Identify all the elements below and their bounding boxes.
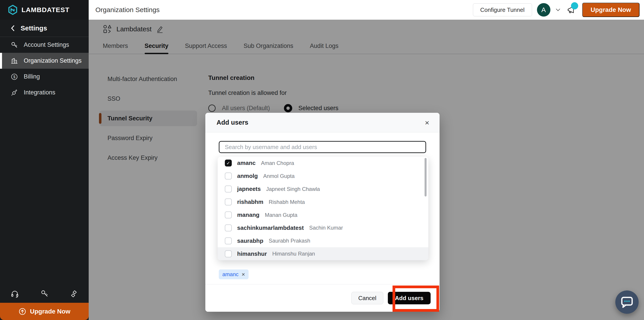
username: rishabhm [237,199,263,205]
page-title: Organization Settings [96,6,160,14]
user-row-anmolg[interactable]: anmolg Anmol Gupta [218,170,428,183]
sidebar-item-account-settings[interactable]: Account Settings [0,37,89,53]
full-name: Japneet Singh Chawla [266,186,320,192]
full-name: Rishabh Mehta [269,199,305,205]
full-name: Aman Chopra [261,160,294,166]
topbar-actions: Configure Tunnel A Upgrade Now [473,3,644,17]
username: manang [237,212,260,218]
sidebar-bottom-icons [0,289,89,298]
sidebar-item-label: Integrations [24,89,55,96]
username: sachinkumarlambdatest [237,224,304,231]
checkbox[interactable] [225,224,232,231]
tag-remove-icon[interactable]: × [242,272,245,277]
access-key-icon[interactable] [40,289,49,298]
cancel-button[interactable]: Cancel [351,292,383,304]
checkbox[interactable] [225,199,232,205]
user-row-amanc[interactable]: ✓ amanc Aman Chopra [218,157,428,170]
upgrade-now-button[interactable]: Upgrade Now [582,3,640,17]
full-name: Manan Gupta [265,212,297,218]
list-scrollbar[interactable] [424,158,426,197]
brand-logo-text: LAMBDATEST [22,6,70,14]
lambdatest-logo-icon [8,5,18,15]
user-row-sachinkumarlambdatest[interactable]: sachinkumarlambdatest Sachin Kumar [218,221,428,234]
close-icon[interactable]: × [425,119,429,126]
upgrade-arrow-icon [18,308,26,316]
app-window: LAMBDATEST Settings Account Settings [0,0,644,320]
full-name: Sachin Kumar [309,225,343,231]
plug-icon [11,89,18,96]
svg-text:$: $ [14,75,16,79]
integrations-layers-icon[interactable] [70,289,78,298]
sidebar-item-billing[interactable]: $ Billing [0,69,89,85]
tag-label: amanc [222,271,238,278]
chevron-down-icon[interactable] [555,8,561,12]
checkbox[interactable] [225,250,232,257]
announcements-megaphone-icon[interactable] [566,3,577,16]
dollar-icon: $ [11,73,18,80]
sidebar-item-organization-settings[interactable]: Organization Settings [0,53,89,69]
username: amanc [237,160,256,166]
support-headset-icon[interactable] [10,289,19,298]
username: anmolg [237,173,258,179]
user-dropdown-list: ✓ amanc Aman Chopra anmolg Anmol Gupta j… [218,157,428,260]
user-row-japneets[interactable]: japneets Japneet Singh Chawla [218,183,428,196]
add-users-modal: Add users × ✓ amanc Aman Chopra anmolg A… [205,113,440,312]
sidebar-header-label: Settings [20,24,47,32]
checkbox[interactable] [225,237,232,244]
user-row-rishabhm[interactable]: rishabhm Rishabh Mehta [218,196,428,209]
building-icon [11,57,18,64]
sidebar-item-label: Organization Settings [24,57,82,64]
sidebar-item-integrations[interactable]: Integrations [0,85,89,100]
chat-widget-button[interactable] [615,291,639,314]
full-name: Anmol Gupta [263,173,294,179]
sidebar: LAMBDATEST Settings Account Settings [0,0,89,320]
checkbox[interactable] [225,186,232,192]
check-icon: ✓ [226,160,230,166]
notification-dot [571,2,578,9]
user-row-manang[interactable]: manang Manan Gupta [218,209,428,222]
full-name: Himanshu Ranjan [272,251,315,257]
username: saurabhp [237,237,263,244]
checkbox[interactable] [225,173,232,179]
sidebar-item-label: Billing [24,73,40,80]
annotation-highlight-box [392,286,439,312]
user-row-saurabhp[interactable]: saurabhp Saurabh Prakash [218,234,428,247]
full-name: Saurabh Prakash [269,238,310,244]
search-input[interactable] [219,141,426,153]
topbar: Organization Settings Configure Tunnel A… [89,0,644,20]
username: japneets [237,186,261,192]
sidebar-upgrade-label: Upgrade Now [30,308,70,315]
back-chevron-icon[interactable] [10,25,15,32]
username: himanshur [237,250,267,257]
modal-header: Add users × [205,113,440,132]
checkbox[interactable] [225,212,232,218]
configure-tunnel-button[interactable]: Configure Tunnel [473,3,532,16]
chat-bubble-icon [620,296,634,309]
checkbox-checked[interactable]: ✓ [225,160,232,166]
sidebar-item-label: Account Settings [24,41,69,48]
modal-title: Add users [216,119,248,126]
user-row-himanshur[interactable]: himanshur Himanshu Ranjan [218,247,428,260]
sidebar-settings-header[interactable]: Settings [0,20,89,37]
key-icon [11,41,18,48]
avatar[interactable]: A [537,3,550,16]
brand-logo[interactable]: LAMBDATEST [0,0,89,20]
sidebar-upgrade-button[interactable]: Upgrade Now [0,303,89,320]
selected-user-tag: amanc × [219,270,248,279]
